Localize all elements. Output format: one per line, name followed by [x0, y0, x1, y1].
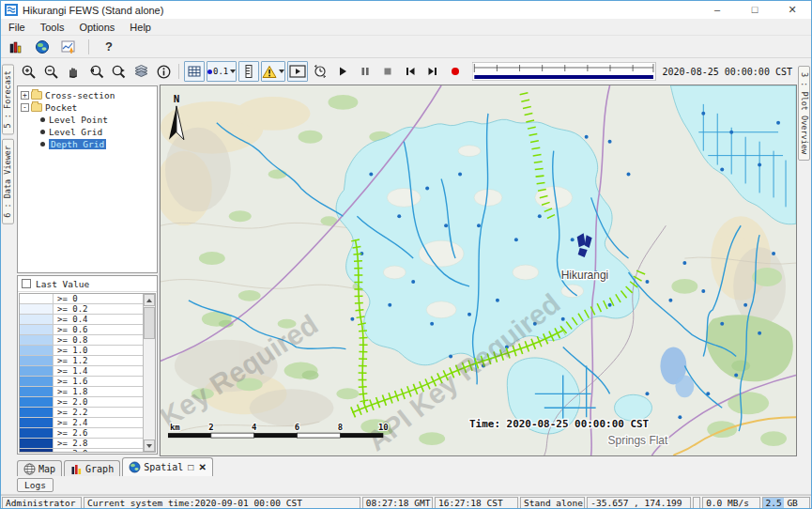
legend-row[interactable]: >= 0.8 [20, 335, 143, 346]
tab-forecast[interactable]: 5 : Forecast [2, 64, 14, 134]
tab-close-icon[interactable]: ✕ [198, 462, 206, 472]
timeline-slider[interactable] [472, 62, 655, 81]
tab-plot-overview[interactable]: 3 : Plot Overview [798, 66, 810, 161]
legend-row[interactable]: >= 0 [20, 294, 143, 304]
app-window: Hikurangi FEWS (Stand alone) – □ ✕ File … [0, 0, 812, 509]
status-bar: Administrator Current system time:2020-0… [1, 495, 811, 509]
animation-movie-button[interactable] [287, 61, 308, 82]
time-navigator-icon[interactable] [310, 61, 330, 82]
legend-row[interactable]: >= 1.4 [20, 366, 143, 377]
grid-display-button[interactable] [184, 61, 205, 82]
help-button[interactable]: ? [100, 38, 118, 56]
scroll-thumb[interactable] [144, 307, 155, 339]
legend-swatch [20, 449, 54, 452]
status-warning-cell[interactable] [693, 497, 700, 509]
maximize-button[interactable]: □ [736, 1, 774, 19]
legend-swatch [20, 335, 54, 345]
map-display-button[interactable] [33, 38, 52, 56]
menu-options[interactable]: Options [79, 22, 115, 33]
tree-item-pocket[interactable]: - Pocket [21, 101, 157, 113]
timeseries-display-button[interactable] [59, 38, 78, 56]
legend-row[interactable]: >= 1.0 [20, 346, 143, 356]
right-tab-strip: 3 : Plot Overview [797, 58, 811, 456]
legend-swatch [20, 304, 54, 314]
legend-row[interactable]: >= 2.2 [20, 408, 143, 418]
close-button[interactable]: ✕ [774, 1, 811, 19]
bullet-icon [40, 117, 45, 122]
scroll-up-icon[interactable] [144, 294, 155, 306]
map-time-label: Time: 2020-08-25 00:00:00 CST [469, 418, 650, 430]
legend-row[interactable]: >= 2.6 [20, 428, 143, 439]
threshold-warning-dropdown[interactable] [261, 61, 285, 82]
scale-ruler-button[interactable] [238, 61, 259, 82]
legend-row[interactable]: >= 2.8 [20, 439, 143, 449]
layers-icon[interactable] [130, 61, 151, 82]
expand-icon[interactable]: + [21, 91, 29, 100]
zoom-in-icon[interactable] [18, 61, 38, 82]
legend-row[interactable]: >= 1.6 [20, 377, 143, 387]
menu-bar: File Tools Options Help [1, 19, 811, 36]
legend-scrollbar[interactable] [143, 294, 155, 452]
zoom-out-icon[interactable] [40, 61, 61, 82]
menu-file[interactable]: File [8, 22, 25, 33]
tab-maximize-icon[interactable]: □ [188, 462, 193, 472]
legend-row[interactable]: >= 3.0 [20, 449, 143, 452]
pan-hand-icon[interactable] [63, 61, 84, 82]
tree-item-level-point[interactable]: Level Point [40, 114, 157, 125]
toolbar-separator [178, 64, 179, 79]
zoom-next-icon[interactable] [108, 61, 129, 82]
legend-label: >= 2.0 [54, 397, 88, 407]
legend-row[interactable]: >= 2.4 [20, 418, 143, 428]
minimize-button[interactable]: – [698, 1, 736, 19]
legend-row[interactable]: >= 1.8 [20, 387, 143, 397]
tree-item-depth-grid[interactable]: Depth Grid [40, 138, 157, 149]
tree-item-cross-section[interactable]: + Cross-section [21, 89, 157, 100]
status-user: Administrator [2, 497, 82, 509]
interval-dot-icon [207, 69, 212, 74]
tab-graph[interactable]: Graph [64, 460, 120, 476]
tab-data-viewer[interactable]: 6 : Data Viewer [2, 139, 14, 224]
tree-item-label: Depth Grid [49, 139, 106, 149]
tree-item-level-grid[interactable]: Level Grid [40, 126, 157, 137]
record-button[interactable] [445, 61, 466, 82]
pause-button[interactable] [355, 61, 375, 82]
bar-chart-icon [70, 463, 83, 475]
legend-panel: Last Value >= 0>= 0.2>= 0.4>= 0.6>= 0.8>… [17, 275, 158, 455]
step-forward-button[interactable] [422, 61, 443, 82]
scroll-down-icon[interactable] [144, 440, 155, 452]
toolbar-separator [88, 39, 89, 54]
layer-tree[interactable]: + Cross-section - Pocket Level Point [17, 85, 158, 273]
status-transfer-rate: 0.0 MB/s [702, 497, 759, 509]
legend-row[interactable]: >= 0.4 [20, 315, 143, 325]
last-value-checkbox[interactable] [22, 279, 31, 288]
step-back-button[interactable] [400, 61, 421, 82]
legend-label: >= 0 [54, 294, 78, 303]
zoom-previous-icon[interactable] [85, 61, 106, 82]
legend-swatch [20, 377, 54, 386]
map-view[interactable]: API Key Required API Key Required Hikura… [160, 85, 797, 456]
play-button[interactable] [332, 61, 353, 82]
menu-tools[interactable]: Tools [40, 22, 65, 33]
legend-label: >= 2.4 [54, 418, 88, 427]
tree-item-label: Level Point [49, 115, 108, 125]
menu-help[interactable]: Help [130, 22, 151, 33]
legend-row[interactable]: >= 2.0 [20, 397, 143, 408]
legend-label: >= 2.2 [54, 408, 88, 417]
info-icon[interactable] [153, 61, 174, 82]
legend-label: >= 0.2 [54, 304, 88, 314]
legend-row[interactable]: >= 0.6 [20, 325, 143, 335]
legend-row[interactable]: >= 0.2 [20, 304, 143, 315]
wireframe-globe-icon [23, 463, 36, 475]
collapse-icon[interactable]: - [21, 103, 29, 112]
tab-spatial[interactable]: Spatial □ ✕ [122, 457, 213, 476]
legend-table-rows[interactable]: >= 0>= 0.2>= 0.4>= 0.6>= 0.8>= 1.0>= 1.2… [20, 294, 143, 452]
legend-swatch [20, 408, 54, 417]
svg-text:N: N [174, 93, 180, 105]
legend-row[interactable]: >= 1.2 [20, 356, 143, 366]
stop-button[interactable] [377, 61, 398, 82]
tab-map[interactable]: Map [17, 460, 62, 476]
classbreak-interval-dropdown[interactable]: 0.1 [207, 61, 237, 82]
logs-tab[interactable]: Logs [17, 478, 54, 492]
tree-item-label: Cross-section [45, 90, 115, 100]
database-display-button[interactable] [7, 38, 25, 56]
